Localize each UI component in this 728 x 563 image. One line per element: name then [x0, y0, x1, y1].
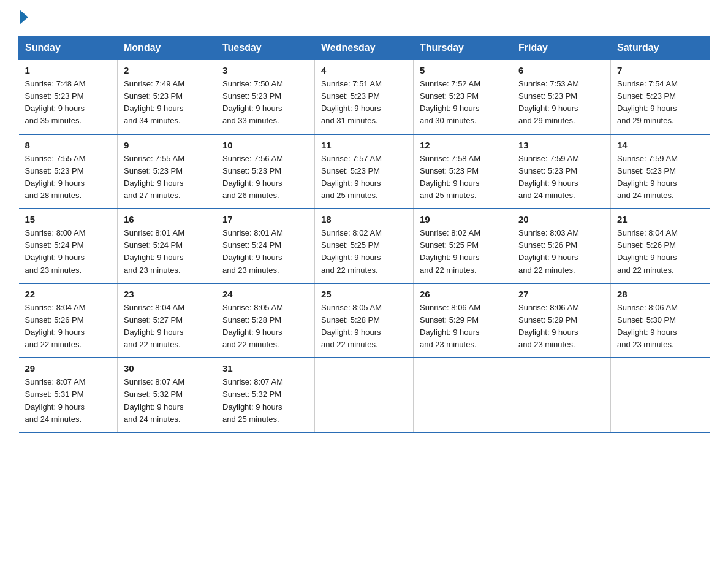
col-header-thursday: Thursday — [414, 36, 512, 60]
day-number: 4 — [321, 65, 407, 75]
day-number: 12 — [420, 140, 506, 150]
logo-arrow-icon — [20, 10, 28, 25]
day-info: Sunrise: 8:06 AMSunset: 5:29 PMDaylight:… — [518, 303, 579, 349]
day-number: 26 — [420, 289, 506, 299]
col-header-tuesday: Tuesday — [216, 36, 315, 60]
day-cell-5: 5 Sunrise: 7:52 AMSunset: 5:23 PMDayligh… — [414, 60, 512, 134]
day-cell-30: 30 Sunrise: 8:07 AMSunset: 5:32 PMDaylig… — [118, 358, 216, 432]
day-cell-4: 4 Sunrise: 7:51 AMSunset: 5:23 PMDayligh… — [315, 60, 414, 134]
day-number: 8 — [25, 140, 112, 150]
day-info: Sunrise: 7:52 AMSunset: 5:23 PMDaylight:… — [420, 79, 480, 125]
day-info: Sunrise: 7:57 AMSunset: 5:23 PMDaylight:… — [321, 154, 382, 200]
day-info: Sunrise: 7:50 AMSunset: 5:23 PMDaylight:… — [222, 79, 283, 125]
day-cell-11: 11 Sunrise: 7:57 AMSunset: 5:23 PMDaylig… — [315, 134, 414, 209]
day-cell-31: 31 Sunrise: 8:07 AMSunset: 5:32 PMDaylig… — [216, 358, 315, 432]
day-cell-22: 22 Sunrise: 8:04 AMSunset: 5:26 PMDaylig… — [19, 283, 118, 358]
day-number: 23 — [124, 289, 210, 299]
day-cell-24: 24 Sunrise: 8:05 AMSunset: 5:28 PMDaylig… — [216, 283, 315, 358]
week-row-2: 8 Sunrise: 7:55 AMSunset: 5:23 PMDayligh… — [19, 134, 710, 209]
day-number: 9 — [124, 140, 210, 150]
day-info: Sunrise: 8:06 AMSunset: 5:29 PMDaylight:… — [420, 303, 480, 349]
day-cell-17: 17 Sunrise: 8:01 AMSunset: 5:24 PMDaylig… — [216, 209, 315, 283]
day-number: 11 — [321, 140, 407, 150]
day-number: 30 — [124, 363, 210, 373]
day-number: 17 — [222, 214, 308, 224]
empty-cell — [414, 358, 512, 432]
day-number: 20 — [518, 214, 604, 224]
day-info: Sunrise: 7:59 AMSunset: 5:23 PMDaylight:… — [617, 154, 678, 200]
day-info: Sunrise: 8:06 AMSunset: 5:30 PMDaylight:… — [617, 303, 678, 349]
day-number: 6 — [518, 65, 604, 75]
day-cell-9: 9 Sunrise: 7:55 AMSunset: 5:23 PMDayligh… — [118, 134, 216, 209]
day-cell-6: 6 Sunrise: 7:53 AMSunset: 5:23 PMDayligh… — [512, 60, 611, 134]
day-cell-3: 3 Sunrise: 7:50 AMSunset: 5:23 PMDayligh… — [216, 60, 315, 134]
day-number: 5 — [420, 65, 506, 75]
day-cell-14: 14 Sunrise: 7:59 AMSunset: 5:23 PMDaylig… — [611, 134, 710, 209]
week-row-1: 1 Sunrise: 7:48 AMSunset: 5:23 PMDayligh… — [19, 60, 710, 134]
day-info: Sunrise: 7:53 AMSunset: 5:23 PMDaylight:… — [518, 79, 579, 125]
logo — [18, 12, 28, 25]
day-info: Sunrise: 8:04 AMSunset: 5:26 PMDaylight:… — [617, 228, 678, 274]
day-info: Sunrise: 7:49 AMSunset: 5:23 PMDaylight:… — [124, 79, 184, 125]
day-cell-15: 15 Sunrise: 8:00 AMSunset: 5:24 PMDaylig… — [19, 209, 118, 283]
day-info: Sunrise: 8:01 AMSunset: 5:24 PMDaylight:… — [222, 228, 283, 274]
day-number: 3 — [222, 65, 308, 75]
day-number: 2 — [124, 65, 210, 75]
day-number: 29 — [25, 363, 112, 373]
day-cell-1: 1 Sunrise: 7:48 AMSunset: 5:23 PMDayligh… — [19, 60, 118, 134]
day-info: Sunrise: 8:02 AMSunset: 5:25 PMDaylight:… — [420, 228, 480, 274]
day-info: Sunrise: 8:07 AMSunset: 5:32 PMDaylight:… — [124, 377, 184, 423]
day-info: Sunrise: 7:56 AMSunset: 5:23 PMDaylight:… — [222, 154, 283, 200]
empty-cell — [315, 358, 414, 432]
day-info: Sunrise: 8:07 AMSunset: 5:31 PMDaylight:… — [25, 377, 86, 423]
day-number: 13 — [518, 140, 604, 150]
day-number: 1 — [25, 65, 112, 75]
day-cell-26: 26 Sunrise: 8:06 AMSunset: 5:29 PMDaylig… — [414, 283, 512, 358]
calendar-table: SundayMondayTuesdayWednesdayThursdayFrid… — [18, 36, 710, 433]
day-number: 31 — [222, 363, 308, 373]
day-info: Sunrise: 7:58 AMSunset: 5:23 PMDaylight:… — [420, 154, 480, 200]
day-number: 15 — [25, 214, 112, 224]
day-info: Sunrise: 8:02 AMSunset: 5:25 PMDaylight:… — [321, 228, 382, 274]
day-info: Sunrise: 7:55 AMSunset: 5:23 PMDaylight:… — [124, 154, 184, 200]
col-header-sunday: Sunday — [19, 36, 118, 60]
day-info: Sunrise: 8:03 AMSunset: 5:26 PMDaylight:… — [518, 228, 579, 274]
col-header-wednesday: Wednesday — [315, 36, 414, 60]
day-info: Sunrise: 8:04 AMSunset: 5:26 PMDaylight:… — [25, 303, 86, 349]
empty-cell — [512, 358, 611, 432]
day-info: Sunrise: 7:55 AMSunset: 5:23 PMDaylight:… — [25, 154, 86, 200]
day-info: Sunrise: 7:59 AMSunset: 5:23 PMDaylight:… — [518, 154, 579, 200]
day-cell-2: 2 Sunrise: 7:49 AMSunset: 5:23 PMDayligh… — [118, 60, 216, 134]
day-cell-18: 18 Sunrise: 8:02 AMSunset: 5:25 PMDaylig… — [315, 209, 414, 283]
day-info: Sunrise: 7:48 AMSunset: 5:23 PMDaylight:… — [25, 79, 86, 125]
day-cell-25: 25 Sunrise: 8:05 AMSunset: 5:28 PMDaylig… — [315, 283, 414, 358]
day-cell-10: 10 Sunrise: 7:56 AMSunset: 5:23 PMDaylig… — [216, 134, 315, 209]
day-cell-7: 7 Sunrise: 7:54 AMSunset: 5:23 PMDayligh… — [611, 60, 710, 134]
day-info: Sunrise: 7:54 AMSunset: 5:23 PMDaylight:… — [617, 79, 678, 125]
day-cell-16: 16 Sunrise: 8:01 AMSunset: 5:24 PMDaylig… — [118, 209, 216, 283]
day-number: 21 — [617, 214, 703, 224]
day-info: Sunrise: 7:51 AMSunset: 5:23 PMDaylight:… — [321, 79, 382, 125]
col-header-friday: Friday — [512, 36, 611, 60]
day-cell-27: 27 Sunrise: 8:06 AMSunset: 5:29 PMDaylig… — [512, 283, 611, 358]
day-number: 22 — [25, 289, 112, 299]
day-cell-8: 8 Sunrise: 7:55 AMSunset: 5:23 PMDayligh… — [19, 134, 118, 209]
day-info: Sunrise: 8:04 AMSunset: 5:27 PMDaylight:… — [124, 303, 184, 349]
week-row-3: 15 Sunrise: 8:00 AMSunset: 5:24 PMDaylig… — [19, 209, 710, 283]
empty-cell — [611, 358, 710, 432]
day-cell-20: 20 Sunrise: 8:03 AMSunset: 5:26 PMDaylig… — [512, 209, 611, 283]
day-info: Sunrise: 8:00 AMSunset: 5:24 PMDaylight:… — [25, 228, 86, 274]
day-cell-19: 19 Sunrise: 8:02 AMSunset: 5:25 PMDaylig… — [414, 209, 512, 283]
col-header-saturday: Saturday — [611, 36, 710, 60]
col-header-monday: Monday — [118, 36, 216, 60]
day-cell-13: 13 Sunrise: 7:59 AMSunset: 5:23 PMDaylig… — [512, 134, 611, 209]
day-number: 7 — [617, 65, 703, 75]
day-number: 10 — [222, 140, 308, 150]
week-row-5: 29 Sunrise: 8:07 AMSunset: 5:31 PMDaylig… — [19, 358, 710, 432]
day-number: 16 — [124, 214, 210, 224]
day-info: Sunrise: 8:07 AMSunset: 5:32 PMDaylight:… — [222, 377, 283, 423]
day-cell-12: 12 Sunrise: 7:58 AMSunset: 5:23 PMDaylig… — [414, 134, 512, 209]
day-info: Sunrise: 8:01 AMSunset: 5:24 PMDaylight:… — [124, 228, 184, 274]
day-cell-29: 29 Sunrise: 8:07 AMSunset: 5:31 PMDaylig… — [19, 358, 118, 432]
day-number: 18 — [321, 214, 407, 224]
